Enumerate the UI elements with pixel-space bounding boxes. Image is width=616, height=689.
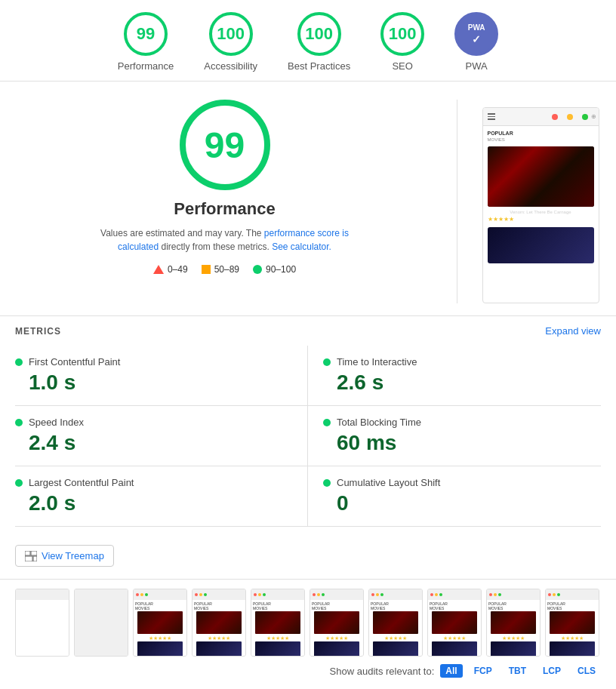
- score-circle-pwa: PWA ✓: [454, 12, 498, 56]
- legend-range-good: 90–100: [266, 264, 296, 275]
- filmstrip-section: POPULARMOVIES ★★★★★ POPULARMOVIES ★★★★★: [0, 580, 616, 657]
- score-label-seo: SEO: [392, 60, 412, 72]
- film-thumb-9: POPULARMOVIES ★★★★★: [486, 589, 541, 657]
- score-circle-performance: 99: [124, 12, 168, 56]
- metric-value-tti: 2.6 s: [323, 371, 601, 395]
- svg-rect-2: [25, 556, 32, 561]
- filter-lcp-button[interactable]: LCP: [537, 664, 566, 678]
- metric-lcp: Largest Contentful Paint 2.0 s: [15, 466, 308, 527]
- metric-name-tbt: Total Blocking Time: [337, 417, 421, 428]
- dot-red-icon: [552, 114, 558, 120]
- perf-description: Values are estimated and may vary. The p…: [97, 226, 353, 254]
- metrics-header: METRICS Expand view: [15, 325, 601, 337]
- metric-name-fcp: First Contentful Paint: [29, 356, 120, 368]
- film-mini-image-4: [196, 641, 241, 657]
- filter-cls-button[interactable]: CLS: [572, 664, 601, 678]
- legend-dot-icon: [253, 265, 262, 274]
- legend-triangle-icon: [153, 265, 164, 274]
- movie-card-2: [488, 227, 594, 263]
- score-label-accessibility: Accessibility: [204, 60, 257, 72]
- metrics-section: METRICS Expand view First Contentful Pai…: [0, 316, 616, 536]
- film-mini-image-1: [137, 611, 182, 634]
- metric-name-si: Speed Index: [29, 417, 84, 428]
- film-thumb-1: [15, 589, 69, 657]
- score-circle-accessibility: 100: [209, 12, 253, 56]
- filter-tbt-button[interactable]: TBT: [504, 664, 531, 678]
- score-value-seo: 100: [389, 24, 417, 44]
- score-label-pwa: PWA: [466, 60, 488, 72]
- score-item-accessibility[interactable]: 100 Accessibility: [204, 12, 257, 72]
- filter-fcp-button[interactable]: FCP: [469, 664, 497, 678]
- treemap-section: View Treemap: [0, 536, 616, 580]
- score-value-performance: 99: [137, 24, 155, 44]
- svg-rect-0: [25, 551, 30, 555]
- hamburger-icon: [488, 113, 495, 120]
- score-value-best-practices: 100: [305, 24, 333, 44]
- filter-all-button[interactable]: All: [440, 664, 462, 678]
- legend-item-average: 50–89: [202, 264, 239, 275]
- perf-title: Performance: [174, 199, 276, 219]
- metric-value-si: 2.4 s: [15, 431, 292, 455]
- film-mini-image-2: [137, 641, 182, 657]
- metric-dot-tti: [323, 358, 331, 366]
- score-item-pwa[interactable]: PWA ✓ PWA: [454, 12, 498, 72]
- legend-range-average: 50–89: [214, 264, 239, 275]
- metric-si: Speed Index 2.4 s: [15, 406, 308, 466]
- score-label-performance: Performance: [118, 60, 174, 72]
- score-value-accessibility: 100: [217, 24, 245, 44]
- film-thumb-6: POPULARMOVIES ★★★★★: [310, 589, 364, 657]
- score-label-best-practices: Best Practices: [288, 60, 350, 72]
- expand-view-button[interactable]: Expand view: [545, 325, 601, 337]
- film-thumb-3: POPULARMOVIES ★★★★★: [133, 589, 187, 657]
- big-score-circle: 99: [180, 100, 270, 190]
- big-score-value: 99: [205, 125, 245, 166]
- dot-yellow-icon: [567, 114, 573, 120]
- metric-tbt: Total Blocking Time 60 ms: [308, 406, 601, 466]
- metric-dot-fcp: [15, 358, 23, 366]
- film-thumb-5: POPULARMOVIES ★★★★★: [251, 589, 305, 657]
- film-thumb-7: POPULARMOVIES ★★★★★: [368, 589, 423, 657]
- screenshot-topbar: ⊕: [483, 108, 599, 126]
- metric-value-cls: 0: [323, 491, 601, 515]
- metric-dot-tbt: [323, 419, 331, 426]
- score-item-best-practices[interactable]: 100 Best Practices: [288, 12, 350, 72]
- legend-item-good: 90–100: [253, 264, 296, 275]
- perf-left-panel: 99 Performance Values are estimated and …: [15, 100, 434, 303]
- metrics-title: METRICS: [15, 326, 61, 337]
- film-thumb-8: POPULARMOVIES ★★★★★: [427, 589, 482, 657]
- score-circle-best-practices: 100: [297, 12, 341, 56]
- metric-value-tbt: 60 ms: [323, 431, 601, 455]
- vertical-divider: [457, 100, 457, 303]
- score-circle-seo: 100: [380, 12, 424, 56]
- main-content: 99 Performance Values are estimated and …: [0, 82, 616, 316]
- film-thumb-2: [74, 589, 128, 657]
- film-thumb-10: POPULARMOVIES ★★★★★: [545, 589, 599, 657]
- treemap-icon: [25, 551, 37, 561]
- metric-name-cls: Cumulative Layout Shift: [337, 477, 440, 488]
- view-treemap-button[interactable]: View Treemap: [15, 545, 114, 567]
- legend-square-icon: [202, 265, 211, 274]
- screenshot-preview: ⊕ POPULAR MOVIES Venom: Let There Be Car…: [482, 107, 599, 303]
- see-calculator-link[interactable]: See calculator.: [272, 241, 331, 252]
- movie-stars: ★★★★★: [488, 216, 594, 223]
- metric-name-tti: Time to Interactive: [337, 356, 417, 368]
- legend-item-fail: 0–49: [153, 264, 188, 275]
- svg-rect-3: [33, 556, 37, 561]
- audit-filter-label: Show audits relevant to:: [330, 666, 435, 677]
- metric-value-lcp: 2.0 s: [15, 491, 292, 515]
- metric-tti: Time to Interactive 2.6 s: [308, 346, 601, 406]
- score-item-seo[interactable]: 100 SEO: [380, 12, 424, 72]
- metric-dot-lcp: [15, 479, 23, 487]
- legend: 0–49 50–89 90–100: [153, 264, 296, 275]
- scores-bar: 99 Performance 100 Accessibility 100 Bes…: [0, 0, 616, 82]
- legend-range-fail: 0–49: [168, 264, 188, 275]
- perf-right-panel: ⊕ POPULAR MOVIES Venom: Let There Be Car…: [480, 100, 601, 303]
- metric-value-fcp: 1.0 s: [15, 371, 292, 395]
- film-thumb-4: POPULARMOVIES ★★★★★: [192, 589, 246, 657]
- film-mini-image-3: [196, 611, 241, 634]
- movie-card-1: [488, 146, 594, 207]
- dot-green-icon: [582, 114, 588, 120]
- bottom-bar: Show audits relevant to: All FCP TBT LCP…: [0, 657, 616, 685]
- metric-dot-cls: [323, 479, 331, 487]
- score-item-performance[interactable]: 99 Performance: [118, 12, 174, 72]
